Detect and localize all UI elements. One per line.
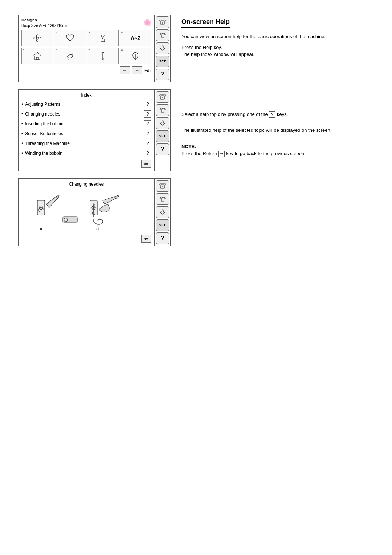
prev-btn[interactable]: ←	[120, 66, 130, 74]
designs-side-buttons: SET ?	[154, 15, 170, 82]
index-side-btn-set[interactable]: SET	[156, 130, 169, 142]
right-column: On-screen Help You can view on-screen he…	[181, 15, 374, 540]
topic-4: Sensor Buttonholes	[25, 131, 144, 136]
dot-2: •	[21, 112, 23, 117]
para3-end: keys.	[277, 112, 288, 117]
index-screen-content: Index • Adjusting Patterns ? • Changing …	[19, 90, 154, 171]
para2: Press the Help key. The help index windo…	[181, 44, 374, 58]
left-column: Designs Hoop Size A(F): 126×110mm 🌸 1	[18, 15, 171, 540]
svg-rect-9	[36, 57, 38, 60]
para1: You can view on-screen help for the basi…	[181, 33, 374, 40]
design-cell-2[interactable]: 2	[54, 30, 86, 46]
svg-marker-7	[33, 52, 41, 56]
return-key-icon: ⇒	[218, 151, 225, 157]
q-btn-4[interactable]: ?	[144, 130, 151, 137]
design-cell-6[interactable]: 6	[54, 48, 86, 64]
svg-rect-8	[35, 56, 40, 60]
design-cell-3[interactable]: 3	[87, 30, 119, 46]
design-cell-8[interactable]: 8	[120, 48, 151, 64]
topic-1: Adjusting Patterns	[25, 102, 144, 107]
question-key-icon: ?	[269, 111, 275, 118]
side-btn-set[interactable]: SET	[156, 56, 169, 67]
svg-point-36	[64, 218, 68, 222]
designs-title: Designs	[21, 18, 68, 22]
index-row-2: • Changing needles ?	[21, 110, 151, 118]
designs-screen-content: Designs Hoop Size A(F): 126×110mm 🌸 1	[19, 15, 154, 82]
q-btn-6[interactable]: ?	[144, 150, 151, 157]
index-side-btn-hand[interactable]	[156, 117, 169, 129]
design-cell-4[interactable]: 4 A~Z	[120, 30, 151, 46]
topic-6: Winding the bobbin	[25, 151, 144, 156]
return-btn-needles[interactable]: ⇐	[141, 235, 151, 243]
svg-line-10	[69, 58, 69, 60]
side-btn-garment[interactable]	[156, 29, 169, 41]
dot-1: •	[21, 102, 23, 107]
svg-marker-27	[40, 228, 42, 230]
q-btn-3[interactable]: ?	[144, 120, 151, 127]
index-side-btn-question[interactable]: ?	[156, 143, 169, 155]
dot-3: •	[21, 121, 23, 126]
index-row-6: • Winding the bobbin ?	[21, 150, 151, 157]
needles-side-btn-question[interactable]: ?	[156, 232, 169, 244]
para3: Select a help topic by pressing one of t…	[181, 111, 374, 118]
q-btn-5[interactable]: ?	[144, 140, 151, 147]
index-footer: ⇐	[21, 160, 151, 168]
design-cell-5[interactable]: 5	[21, 48, 53, 64]
designs-subtitle: Hoop Size A(F): 126×110mm	[21, 24, 68, 28]
designs-footer: ← → Edit	[21, 66, 151, 74]
needles-side-buttons: SET ?	[154, 179, 170, 246]
designs-panel: Designs Hoop Size A(F): 126×110mm 🌸 1	[18, 15, 171, 82]
para3-text: Select a help topic by pressing one of t…	[181, 112, 268, 117]
q-btn-2[interactable]: ?	[144, 110, 151, 118]
index-side-buttons: SET ?	[154, 90, 170, 171]
needles-title: Changing needles	[21, 182, 151, 187]
dot-4: •	[21, 131, 23, 136]
design-cell-7[interactable]: 7	[87, 48, 119, 64]
svg-rect-5	[101, 39, 105, 42]
topic-3: Inserting the bobbin	[25, 121, 144, 126]
needles-side-btn-garment[interactable]	[156, 193, 169, 205]
index-row-3: • Inserting the bobbin ?	[21, 120, 151, 127]
index-row-1: • Adjusting Patterns ?	[21, 101, 151, 108]
topic-2: Changing needles	[25, 112, 144, 117]
para2-line1: Press the Help key.	[181, 45, 222, 50]
needles-screen-content: Changing needles	[19, 179, 154, 246]
note-end: key to go back to the previous screen.	[226, 151, 306, 156]
index-row-5: • Threading the Machine ?	[21, 140, 151, 147]
index-side-btn-garment[interactable]	[156, 104, 169, 116]
side-btn-hand[interactable]	[156, 42, 169, 54]
edit-label: Edit	[144, 68, 151, 73]
designs-icon: 🌸	[143, 19, 151, 27]
dot-5: •	[21, 141, 23, 146]
index-row-4: • Sensor Buttonholes ?	[21, 130, 151, 137]
para4: The illustrated help of the selected top…	[181, 127, 374, 134]
q-btn-1[interactable]: ?	[144, 101, 151, 108]
needles-panel: Changing needles	[18, 178, 171, 246]
needles-side-btn-set[interactable]: SET	[156, 219, 169, 231]
needles-footer: ⇐	[21, 235, 151, 243]
index-side-btn-thread[interactable]	[156, 91, 169, 103]
needles-illustration	[21, 190, 151, 233]
note-label: NOTE:	[181, 144, 196, 149]
next-btn[interactable]: →	[132, 66, 142, 74]
note-para: NOTE: Press the Return ⇒ key to go back …	[181, 143, 374, 157]
designs-grid: 1 2	[21, 30, 151, 64]
index-panel: Index • Adjusting Patterns ? • Changing …	[18, 89, 171, 171]
dot-6: •	[21, 151, 23, 156]
topic-5: Threading the Machine	[25, 141, 144, 146]
section-title: On-screen Help	[181, 18, 230, 28]
return-btn-index[interactable]: ⇐	[141, 160, 151, 168]
design-cell-1[interactable]: 1	[21, 30, 53, 46]
note-text: Press the Return	[181, 151, 217, 156]
para2-line2: The help index window will appear.	[181, 52, 254, 57]
needles-side-btn-hand[interactable]	[156, 206, 169, 218]
needles-side-btn-thread[interactable]	[156, 180, 169, 192]
index-title: Index	[21, 93, 151, 98]
side-btn-thread[interactable]	[156, 16, 169, 28]
side-btn-question[interactable]: ?	[156, 69, 169, 80]
